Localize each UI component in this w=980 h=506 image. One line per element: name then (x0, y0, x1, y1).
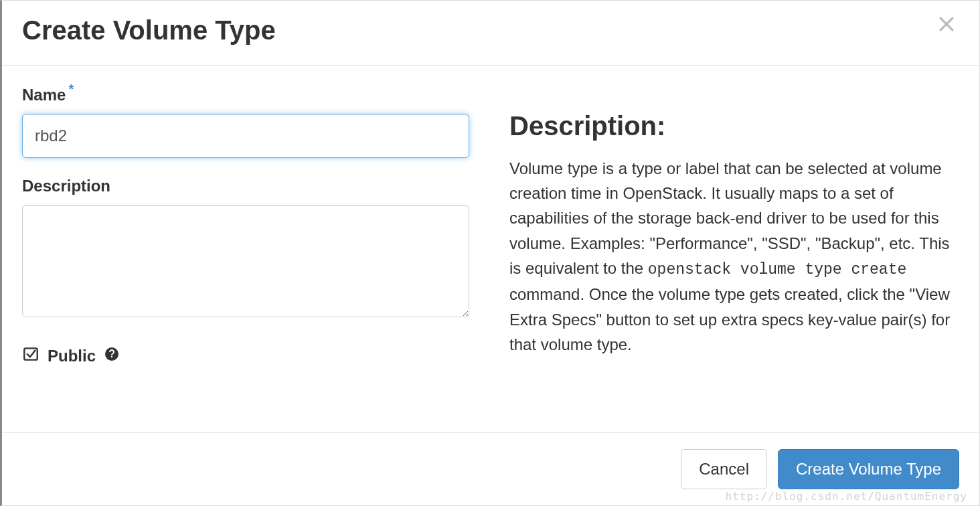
help-text-part2: command. Once the volume type gets creat… (509, 285, 950, 353)
modal-footer: Cancel Create Volume Type (2, 432, 979, 505)
checkbox-checked-icon (22, 345, 39, 363)
name-label-text: Name (22, 86, 66, 104)
description-label-text: Description (22, 177, 110, 195)
modal-header: Create Volume Type (2, 1, 979, 66)
create-volume-type-modal: Create Volume Type Name * Description (0, 0, 980, 506)
close-icon (934, 11, 959, 37)
public-checkbox[interactable] (22, 345, 39, 367)
cancel-button[interactable]: Cancel (681, 449, 767, 489)
description-input[interactable] (22, 205, 469, 317)
modal-title: Create Volume Type (22, 14, 276, 46)
close-button[interactable] (934, 11, 959, 37)
name-label: Name * (22, 86, 469, 104)
form-column: Name * Description Public (22, 86, 469, 406)
description-field-group: Description (22, 177, 469, 320)
help-text-part1: Volume type is a type or label that can … (509, 159, 950, 277)
help-heading: Description: (509, 111, 959, 141)
help-code: openstack volume type create (648, 261, 906, 278)
modal-body: Name * Description Public (2, 66, 979, 432)
required-asterisk-icon: * (68, 82, 74, 97)
help-icon (104, 346, 120, 362)
name-input[interactable] (22, 114, 469, 158)
description-label: Description (22, 177, 469, 195)
help-column: Description: Volume type is a type or la… (509, 86, 959, 406)
create-volume-type-button[interactable]: Create Volume Type (778, 449, 959, 489)
help-text: Volume type is a type or label that can … (509, 156, 959, 357)
name-field-group: Name * (22, 86, 469, 158)
public-label: Public (48, 347, 96, 365)
public-checkbox-group: Public (22, 345, 469, 367)
public-help-button[interactable] (104, 346, 120, 366)
